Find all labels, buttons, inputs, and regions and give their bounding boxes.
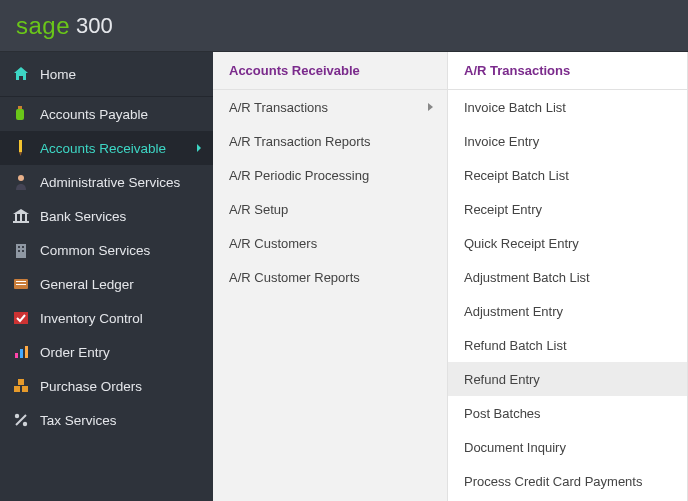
percent-icon xyxy=(12,411,30,429)
building-icon xyxy=(12,241,30,259)
caret-right-icon xyxy=(197,144,201,152)
sidebar-item-common-services[interactable]: Common Services xyxy=(0,233,213,267)
submenu-panel-1: Accounts Receivable A/R Transactions A/R… xyxy=(213,52,448,501)
sidebar-item-tax-services[interactable]: Tax Services xyxy=(0,403,213,437)
check-icon xyxy=(12,309,30,327)
submenu1-item-ar-transactions[interactable]: A/R Transactions xyxy=(213,90,447,124)
submenu2-item-process-credit-card-payments[interactable]: Process Credit Card Payments xyxy=(448,464,687,498)
svg-rect-20 xyxy=(20,349,23,358)
main-layout: Home Accounts Payable Accounts Receivabl… xyxy=(0,52,688,501)
sidebar-item-label: Tax Services xyxy=(40,413,201,428)
svg-point-25 xyxy=(15,414,19,418)
svg-rect-23 xyxy=(22,386,28,392)
sidebar-item-label: Bank Services xyxy=(40,209,201,224)
submenu2-item-label: Process Credit Card Payments xyxy=(464,474,642,489)
submenu1-item-label: A/R Transactions xyxy=(229,100,328,115)
sidebar-home[interactable]: Home xyxy=(0,52,213,97)
svg-rect-0 xyxy=(18,106,22,109)
submenu2-item-label: Post Batches xyxy=(464,406,541,421)
submenu2-item-label: Refund Batch List xyxy=(464,338,567,353)
submenu2-item-label: Adjustment Batch List xyxy=(464,270,590,285)
submenu1-item-label: A/R Periodic Processing xyxy=(229,168,369,183)
pen-icon xyxy=(12,139,30,157)
svg-rect-12 xyxy=(22,246,24,248)
top-bar: sage 300 xyxy=(0,0,688,52)
submenu1-item-ar-periodic-processing[interactable]: A/R Periodic Processing xyxy=(213,158,447,192)
bottle-icon xyxy=(12,105,30,123)
sidebar-item-inventory-control[interactable]: Inventory Control xyxy=(0,301,213,335)
submenu2-item-label: Quick Receipt Entry xyxy=(464,236,579,251)
submenu2-item-adjustment-batch-list[interactable]: Adjustment Batch List xyxy=(448,260,687,294)
sidebar-item-label: Inventory Control xyxy=(40,311,201,326)
svg-point-4 xyxy=(18,175,24,181)
submenu2-item-adjustment-entry[interactable]: Adjustment Entry xyxy=(448,294,687,328)
svg-rect-19 xyxy=(15,353,18,358)
svg-marker-5 xyxy=(13,209,29,214)
svg-rect-1 xyxy=(16,109,24,120)
svg-rect-24 xyxy=(18,379,24,385)
submenu1-item-label: A/R Customer Reports xyxy=(229,270,360,285)
svg-rect-11 xyxy=(18,246,20,248)
svg-rect-17 xyxy=(16,284,26,285)
svg-rect-8 xyxy=(25,214,27,221)
submenu2-item-quick-receipt-entry[interactable]: Quick Receipt Entry xyxy=(448,226,687,260)
submenu2-item-label: Document Inquiry xyxy=(464,440,566,455)
submenu2-item-invoice-entry[interactable]: Invoice Entry xyxy=(448,124,687,158)
sidebar-item-label: General Ledger xyxy=(40,277,201,292)
caret-right-icon xyxy=(428,103,433,111)
submenu2-item-label: Receipt Batch List xyxy=(464,168,569,183)
submenu1-item-ar-customers[interactable]: A/R Customers xyxy=(213,226,447,260)
submenu2-item-receipt-entry[interactable]: Receipt Entry xyxy=(448,192,687,226)
svg-rect-16 xyxy=(16,281,26,282)
svg-rect-7 xyxy=(20,214,22,221)
submenu1-item-label: A/R Customers xyxy=(229,236,317,251)
sidebar-item-label: Accounts Payable xyxy=(40,107,201,122)
brand-product: 300 xyxy=(76,13,113,39)
svg-rect-2 xyxy=(19,140,22,152)
sidebar-item-label: Accounts Receivable xyxy=(40,141,197,156)
submenu1-item-label: A/R Transaction Reports xyxy=(229,134,371,149)
chart-icon xyxy=(12,343,30,361)
sidebar-item-accounts-payable[interactable]: Accounts Payable xyxy=(0,97,213,131)
submenu2-item-label: Adjustment Entry xyxy=(464,304,563,319)
boxes-icon xyxy=(12,377,30,395)
submenu2-item-label: Invoice Entry xyxy=(464,134,539,149)
svg-rect-13 xyxy=(18,250,20,252)
sidebar-item-purchase-orders[interactable]: Purchase Orders xyxy=(0,369,213,403)
submenu1-item-ar-setup[interactable]: A/R Setup xyxy=(213,192,447,226)
submenu2-item-invoice-batch-list[interactable]: Invoice Batch List xyxy=(448,90,687,124)
sidebar-item-label: Order Entry xyxy=(40,345,201,360)
submenu1-item-ar-customer-reports[interactable]: A/R Customer Reports xyxy=(213,260,447,294)
submenu2-item-post-batches[interactable]: Post Batches xyxy=(448,396,687,430)
sidebar-item-order-entry[interactable]: Order Entry xyxy=(0,335,213,369)
submenu2-item-refund-entry[interactable]: Refund Entry xyxy=(448,362,687,396)
sidebar-item-administrative-services[interactable]: Administrative Services xyxy=(0,165,213,199)
sidebar: Home Accounts Payable Accounts Receivabl… xyxy=(0,52,213,501)
svg-rect-9 xyxy=(13,221,29,223)
sidebar-home-label: Home xyxy=(40,67,201,82)
svg-rect-10 xyxy=(16,244,26,258)
submenu1-title: Accounts Receivable xyxy=(213,52,447,90)
submenu1-item-ar-transaction-reports[interactable]: A/R Transaction Reports xyxy=(213,124,447,158)
svg-marker-3 xyxy=(19,152,22,156)
svg-point-26 xyxy=(23,422,27,426)
submenu2-item-label: Receipt Entry xyxy=(464,202,542,217)
home-icon xyxy=(12,65,30,83)
svg-rect-14 xyxy=(22,250,24,252)
submenu2-item-document-inquiry[interactable]: Document Inquiry xyxy=(448,430,687,464)
submenu2-item-receipt-batch-list[interactable]: Receipt Batch List xyxy=(448,158,687,192)
sidebar-item-label: Administrative Services xyxy=(40,175,201,190)
brand-logo-sage: sage xyxy=(16,12,70,40)
submenu1-item-label: A/R Setup xyxy=(229,202,288,217)
submenu2-item-refund-batch-list[interactable]: Refund Batch List xyxy=(448,328,687,362)
svg-rect-21 xyxy=(25,346,28,358)
sidebar-item-bank-services[interactable]: Bank Services xyxy=(0,199,213,233)
person-icon xyxy=(12,173,30,191)
sidebar-item-accounts-receivable[interactable]: Accounts Receivable xyxy=(0,131,213,165)
submenu-panel-2: A/R Transactions Invoice Batch List Invo… xyxy=(448,52,688,501)
svg-rect-18 xyxy=(14,312,28,324)
submenu2-item-label: Refund Entry xyxy=(464,372,540,387)
ledger-icon xyxy=(12,275,30,293)
sidebar-item-label: Common Services xyxy=(40,243,201,258)
sidebar-item-general-ledger[interactable]: General Ledger xyxy=(0,267,213,301)
